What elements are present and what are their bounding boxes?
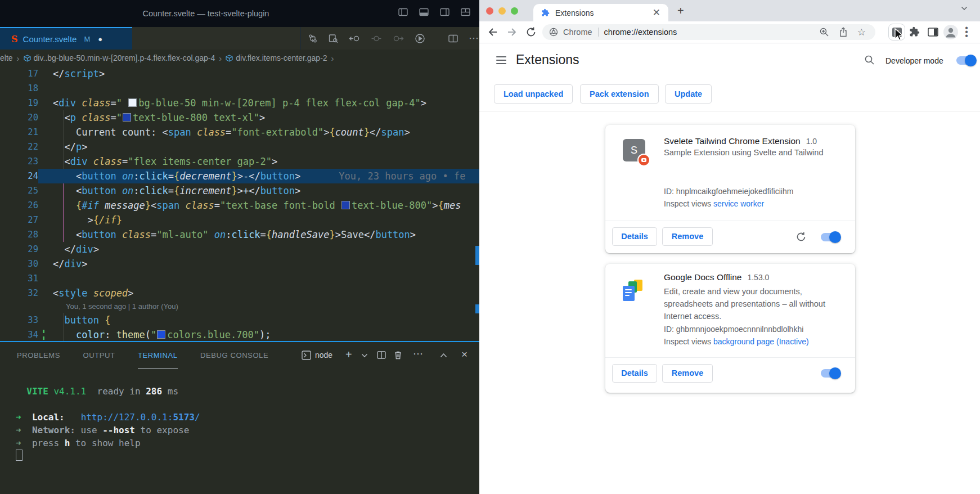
customize-layout-icon[interactable] — [461, 8, 470, 16]
color-swatch — [128, 98, 137, 107]
extension-enabled-toggle[interactable] — [821, 233, 840, 241]
panel-more-actions-icon[interactable]: ⋯ — [413, 342, 424, 368]
line-number: 29 — [0, 242, 38, 257]
reload-extension-icon[interactable] — [795, 231, 807, 242]
line-number: 21 — [0, 125, 38, 140]
source-control-compare-icon[interactable] — [308, 34, 318, 43]
extension-badge-icon — [637, 154, 650, 167]
previous-change-icon[interactable] — [349, 34, 360, 43]
url-text[interactable]: chrome://extensions — [604, 28, 819, 37]
bookmark-star-icon[interactable]: ☆ — [857, 26, 866, 38]
terminal-output[interactable]: VITE v4.1.1 ready in 286 ms ➜ Local: htt… — [0, 369, 479, 494]
close-panel-icon[interactable]: × — [461, 342, 467, 368]
breadcrumb: elte › div..bg-blue-50.min-w-[20rem].p-4… — [0, 50, 479, 66]
new-terminal-icon[interactable]: + — [345, 342, 352, 368]
close-window-button[interactable] — [486, 7, 493, 15]
zoom-icon[interactable] — [819, 27, 829, 37]
unsaved-dot-icon[interactable]: ● — [98, 35, 102, 43]
minimize-window-button[interactable] — [498, 7, 506, 15]
remove-button[interactable]: Remove — [662, 227, 713, 246]
remove-button[interactable]: Remove — [662, 364, 713, 383]
run-preview-icon[interactable] — [415, 33, 425, 44]
terminal-cursor — [16, 450, 479, 462]
tab-list-chevron-icon[interactable] — [961, 6, 968, 11]
git-modified-badge: M — [84, 35, 90, 43]
profile-avatar[interactable] — [943, 25, 958, 39]
new-tab-button[interactable]: + — [677, 6, 684, 16]
background-page-link[interactable]: background page (Inactive) — [713, 337, 809, 346]
code-line: 22 </p> — [0, 140, 479, 154]
line-number: 27 — [0, 213, 38, 227]
breadcrumb-file[interactable]: elte — [0, 53, 13, 62]
code-line: 27 >{/if} — [0, 213, 479, 227]
code-line: 19<div class=" bg-blue-50 min-w-[20rem] … — [0, 96, 479, 110]
split-editor-icon[interactable] — [448, 34, 458, 43]
search-icon[interactable] — [864, 55, 875, 65]
svelte-icon: S — [11, 34, 18, 44]
next-change-icon[interactable] — [393, 34, 404, 43]
line-number: 18 — [0, 81, 38, 96]
breadcrumb-symbol-2[interactable]: div.flex.items-center.gap-2 — [226, 53, 327, 62]
details-button[interactable]: Details — [612, 364, 657, 383]
main-menu-icon[interactable] — [496, 56, 506, 66]
code-line: 21 Current count: <span class="font-extr… — [0, 125, 479, 140]
details-button[interactable]: Details — [612, 227, 657, 246]
back-icon[interactable] — [487, 26, 498, 38]
color-swatch — [157, 330, 165, 339]
chevron-right-icon: › — [331, 53, 334, 63]
side-panel-icon[interactable] — [928, 28, 938, 37]
terminal-shell-label[interactable]: node — [315, 342, 332, 368]
developer-mode-toggle[interactable] — [956, 56, 975, 65]
terminal-line: VITE v4.1.1 ready in 286 ms — [16, 385, 479, 398]
open-preview-icon[interactable] — [329, 34, 338, 43]
code-area[interactable]: 17</script>1819<div class=" bg-blue-50 m… — [0, 66, 479, 341]
update-button[interactable]: Update — [665, 84, 712, 104]
mouse-cursor — [893, 28, 905, 42]
chrome-menu-icon[interactable]: ••• — [964, 26, 969, 38]
breadcrumb-symbol-1[interactable]: div..bg-blue-50.min-w-[20rem].p-4.flex.f… — [24, 53, 215, 62]
card-footer-divider — [605, 221, 855, 221]
toggle-sidebar-icon[interactable] — [398, 8, 408, 16]
extension-version: 1.0 — [806, 137, 817, 146]
color-swatch — [123, 113, 131, 122]
address-bar[interactable]: Chrome chrome://extensions ☆ — [542, 24, 875, 40]
forward-icon[interactable] — [506, 26, 518, 38]
line-number: 31 — [0, 271, 38, 286]
extension-name: Google Docs Offline1.53.0 — [664, 272, 769, 282]
service-worker-link[interactable]: service worker — [713, 199, 764, 208]
extension-enabled-toggle[interactable] — [821, 369, 840, 378]
terminal-line: ➜ Network: use --host to expose — [16, 424, 479, 437]
developer-mode-label: Developer mode — [885, 56, 943, 65]
line-number: 30 — [0, 257, 38, 271]
tab-close-icon[interactable]: ✕ — [653, 9, 660, 17]
header-divider — [479, 111, 980, 111]
toggle-secondary-sidebar-icon[interactable] — [440, 8, 449, 16]
extensions-puzzle-icon[interactable] — [909, 26, 920, 37]
extension-id: ID: ghbmnnjooekpmoecnnnilnnbdlolhkhi — [664, 325, 803, 334]
tab-terminal[interactable]: TERMINAL — [138, 343, 178, 369]
extension-description: Sample Extension using Svelte and Tailwi… — [664, 146, 839, 159]
code-line: 18 — [0, 81, 479, 96]
more-actions-icon[interactable]: ⋯ — [469, 35, 479, 41]
tab-counter-svelte[interactable]: S Counter.svelte M ● — [0, 27, 132, 50]
code-line: 34 color: theme("colors.blue.700"); — [0, 327, 479, 341]
tab-debug-console[interactable]: DEBUG CONSOLE — [200, 343, 268, 368]
share-icon[interactable] — [839, 27, 848, 37]
line-number: 24 — [0, 169, 38, 183]
tab-output[interactable]: OUTPUT — [83, 343, 115, 368]
toggle-panel-icon[interactable] — [419, 8, 429, 16]
code-line: 31 — [0, 271, 479, 286]
current-change-icon[interactable] — [371, 34, 382, 43]
pack-extension-button[interactable]: Pack extension — [580, 84, 659, 104]
tab-problems[interactable]: PROBLEMS — [17, 343, 60, 368]
svelte-extension-icon: S — [623, 139, 645, 161]
terminal-line: ➜ Local: http://127.0.0.1:5173/ — [16, 411, 479, 424]
load-unpacked-button[interactable]: Load unpacked — [494, 84, 573, 104]
page-title: Extensions — [516, 52, 579, 68]
code-line: 23 <div class="flex items-center gap-2"> — [0, 154, 479, 169]
reload-icon[interactable] — [525, 26, 537, 38]
zoom-window-button[interactable] — [511, 7, 518, 15]
extension-name: Svelete Tailwind Chrome Extension1.0 — [664, 136, 817, 146]
tab-extensions[interactable]: Extensions ✕ — [533, 4, 668, 21]
chrome-tab-strip: Extensions ✕ + — [479, 0, 980, 21]
